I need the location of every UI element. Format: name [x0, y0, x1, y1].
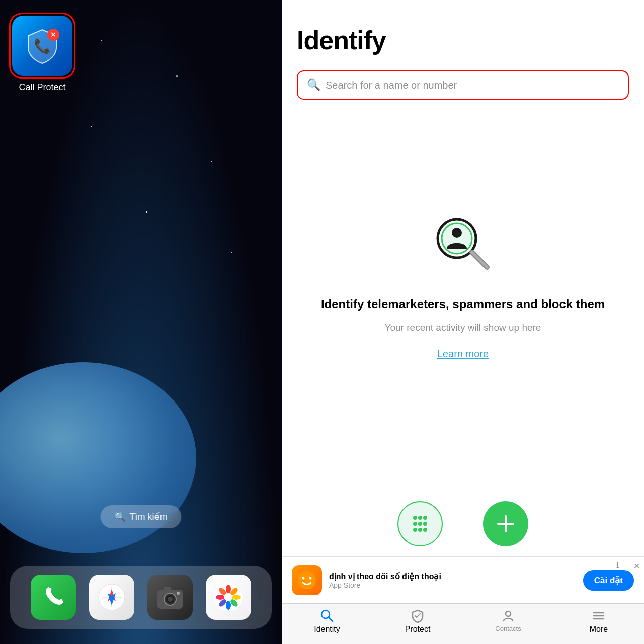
- svg-point-15: [226, 585, 231, 594]
- ad-info-icon[interactable]: ℹ: [616, 561, 619, 569]
- tab-more[interactable]: More: [553, 609, 644, 634]
- call-protect-app-icon[interactable]: 📞 ✕: [12, 16, 72, 76]
- dock-phone[interactable]: [31, 575, 76, 620]
- more-tab-icon: [592, 609, 606, 623]
- star: [231, 252, 232, 253]
- ad-info: định vị theo dõi số điện thoại App Store: [329, 572, 576, 589]
- svg-point-33: [418, 522, 422, 526]
- app-content: Identify 🔍 Search for a name or number: [282, 0, 644, 603]
- dock-photos[interactable]: [206, 575, 251, 620]
- space-background: [0, 0, 282, 644]
- protect-tab-icon: [411, 609, 425, 623]
- tab-identity-label: Identity: [314, 625, 340, 634]
- photos-icon: [213, 582, 244, 612]
- empty-state-title: Identify telemarketers, spammers and blo…: [321, 296, 605, 312]
- identity-tab-icon: [320, 609, 334, 623]
- left-panel: 📞 ✕ Call Protect 🔍 Tìm kiếm: [0, 0, 282, 644]
- dialpad-icon: [408, 511, 433, 536]
- svg-point-45: [506, 611, 511, 616]
- ad-title: định vị theo dõi số điện thoại: [329, 572, 576, 581]
- dialpad-button[interactable]: [397, 501, 443, 546]
- svg-point-19: [226, 601, 231, 610]
- phone-icon: [41, 585, 66, 610]
- ad-app-icon: [292, 565, 322, 595]
- svg-text:📞: 📞: [34, 38, 51, 54]
- shield-phone-icon: 📞 ✕: [22, 26, 62, 66]
- tab-identity[interactable]: Identity: [282, 609, 372, 634]
- svg-point-26: [452, 228, 462, 238]
- svg-point-11: [168, 597, 173, 602]
- app-icon-container[interactable]: 📞 ✕ Call Protect: [9, 13, 75, 93]
- empty-state-subtitle: Your recent activity will show up here: [385, 322, 541, 333]
- tab-more-label: More: [590, 625, 608, 634]
- svg-point-13: [177, 592, 180, 595]
- svg-rect-12: [164, 587, 171, 591]
- star: [146, 211, 147, 213]
- dock: [10, 566, 272, 629]
- empty-state: Identify telemarketers, spammers and blo…: [282, 79, 644, 491]
- magnify-person-icon: [428, 211, 498, 281]
- star: [211, 161, 212, 162]
- bottom-buttons: [282, 491, 644, 556]
- search-pill[interactable]: 🔍 Tìm kiếm: [101, 505, 182, 528]
- svg-point-40: [298, 571, 316, 589]
- ad-cta-button[interactable]: Cài đặt: [583, 570, 634, 591]
- svg-point-35: [413, 528, 417, 532]
- star: [101, 40, 102, 41]
- page-title: Identify: [297, 25, 629, 55]
- identify-illustration: [428, 211, 498, 281]
- svg-point-41: [302, 577, 305, 580]
- svg-point-36: [418, 528, 422, 532]
- svg-line-44: [329, 617, 333, 621]
- tab-contacts-label: Contacts: [495, 625, 521, 632]
- tab-contacts[interactable]: Contacts: [463, 609, 553, 634]
- dock-safari[interactable]: [89, 575, 134, 620]
- app-icon-highlight-border: 📞 ✕: [9, 13, 75, 79]
- add-button[interactable]: [483, 501, 528, 546]
- safari-icon: [97, 582, 127, 612]
- right-panel: Identify 🔍 Search for a name or number: [282, 0, 644, 644]
- svg-point-29: [413, 516, 417, 520]
- svg-point-30: [418, 516, 422, 520]
- star: [91, 126, 92, 127]
- svg-text:✕: ✕: [50, 31, 56, 39]
- svg-point-17: [232, 595, 241, 600]
- tab-bar: Identity Protect Contacts Mor: [282, 603, 644, 644]
- dock-camera[interactable]: [147, 575, 193, 620]
- learn-more-link[interactable]: Learn more: [437, 348, 489, 360]
- contacts-tab-icon: [501, 609, 515, 623]
- svg-point-42: [309, 577, 312, 580]
- star: [176, 75, 178, 77]
- svg-point-23: [224, 593, 232, 601]
- search-pill-icon: 🔍: [115, 511, 126, 522]
- svg-point-32: [413, 522, 417, 526]
- plus-icon: [496, 514, 516, 534]
- search-pill-text: Tìm kiếm: [130, 511, 168, 522]
- tab-protect-label: Protect: [405, 625, 431, 634]
- ad-close-icon[interactable]: ✕: [633, 561, 640, 571]
- app-icon-label: Call Protect: [19, 82, 65, 93]
- svg-point-34: [423, 522, 427, 526]
- app-header: Identify: [282, 0, 644, 65]
- svg-point-31: [423, 516, 427, 520]
- svg-point-21: [216, 595, 225, 600]
- tab-protect[interactable]: Protect: [372, 609, 463, 634]
- ad-subtitle: App Store: [329, 581, 576, 589]
- ad-icon: [297, 570, 317, 590]
- camera-icon: [156, 585, 184, 610]
- svg-line-28: [472, 252, 487, 267]
- ad-banner: định vị theo dõi số điện thoại App Store…: [282, 556, 644, 603]
- svg-point-37: [423, 528, 427, 532]
